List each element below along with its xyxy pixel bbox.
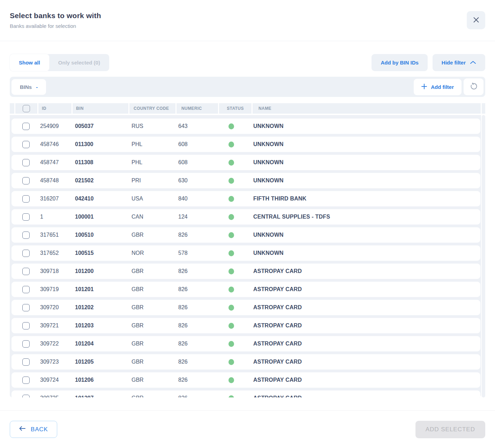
select-all-checkbox[interactable]: [23, 105, 30, 112]
row-bank-name: ASTROPAY CARD: [247, 286, 480, 293]
row-numeric: 608: [173, 141, 215, 147]
row-numeric: 826: [173, 268, 215, 274]
table-row[interactable]: 317652 100515 NOR 578 UNKNOWN: [12, 245, 480, 261]
row-id: 317652: [38, 250, 72, 256]
row-checkbox[interactable]: [22, 358, 30, 366]
table-row[interactable]: 316207 042410 USA 840 FIFTH THIRD BANK: [12, 191, 480, 206]
table-row[interactable]: 309718 101200 GBR 826 ASTROPAY CARD: [12, 264, 480, 279]
status-active-dot: [228, 196, 234, 202]
column-header-status: STATUS: [219, 103, 252, 114]
status-active-dot: [228, 305, 234, 311]
row-numeric: 826: [173, 304, 215, 311]
row-checkbox[interactable]: [22, 159, 30, 166]
row-checkbox-cell: [12, 250, 38, 257]
row-country-code: GBR: [127, 268, 173, 274]
row-status-cell: [215, 377, 247, 383]
bins-filter-value: -: [36, 84, 38, 90]
table-row[interactable]: 309721 101203 GBR 826 ASTROPAY CARD: [12, 318, 480, 333]
add-filter-button[interactable]: Add filter: [414, 79, 462, 95]
table-row[interactable]: 309720 101202 GBR 826 ASTROPAY CARD: [12, 300, 480, 315]
row-status-cell: [215, 160, 247, 166]
status-active-dot: [228, 341, 234, 347]
show-all-tab[interactable]: Show all: [10, 54, 49, 71]
banks-table: ID BIN COUNTRY CODE NUMERIC STATUS NAME …: [10, 103, 485, 397]
close-button[interactable]: [467, 11, 485, 29]
row-checkbox[interactable]: [22, 250, 30, 257]
header-checkbox-cell: [15, 103, 37, 114]
status-active-dot: [228, 214, 234, 220]
row-bank-name: UNKNOWN: [247, 177, 480, 184]
row-checkbox-cell: [12, 286, 38, 293]
row-status-cell: [215, 287, 247, 293]
table-row[interactable]: 254909 005037 RUS 643 UNKNOWN: [12, 119, 480, 134]
row-country-code: RUS: [127, 123, 173, 129]
row-status-cell: [215, 323, 247, 329]
table-row[interactable]: 309722 101204 GBR 826 ASTROPAY CARD: [12, 336, 480, 351]
reset-filters-button[interactable]: [464, 78, 483, 95]
status-active-dot: [228, 268, 234, 274]
table-row[interactable]: 317651 100510 GBR 826 UNKNOWN: [12, 227, 480, 243]
row-numeric: 826: [173, 232, 215, 238]
row-bin: 101207: [72, 395, 127, 397]
row-checkbox[interactable]: [22, 322, 30, 329]
status-active-dot: [228, 178, 234, 184]
table-row[interactable]: 458747 011308 PHL 608 UNKNOWN: [12, 155, 480, 170]
row-bin: 011300: [72, 141, 127, 147]
filter-bar: BINs - Add filter: [10, 77, 485, 97]
table-row[interactable]: 1 100001 CAN 124 CENTRAL SUPPLIES - TDFS: [12, 209, 480, 225]
row-bank-name: ASTROPAY CARD: [247, 395, 480, 397]
row-checkbox-cell: [12, 159, 38, 166]
table-row[interactable]: 309723 101205 GBR 826 ASTROPAY CARD: [12, 354, 480, 370]
add-selected-button[interactable]: ADD SELECTED: [415, 421, 485, 438]
row-bin: 042410: [72, 196, 127, 202]
row-checkbox-cell: [12, 141, 38, 148]
back-button[interactable]: BACK: [10, 421, 57, 438]
close-icon: [473, 16, 480, 24]
table-row[interactable]: 309725 101207 GBR 826 ASTROPAY CARD: [12, 390, 480, 397]
table-row[interactable]: 309724 101206 GBR 826 ASTROPAY CARD: [12, 372, 480, 388]
chevron-up-icon: [470, 60, 476, 66]
row-bin: 101201: [72, 286, 127, 293]
table-row[interactable]: 458746 011300 PHL 608 UNKNOWN: [12, 137, 480, 152]
row-checkbox[interactable]: [22, 177, 30, 184]
row-checkbox[interactable]: [22, 213, 30, 221]
add-by-bin-ids-label: Add by BIN IDs: [381, 60, 418, 66]
row-checkbox-cell: [12, 395, 38, 398]
arrow-left-icon: [19, 426, 26, 433]
row-status-cell: [215, 196, 247, 202]
row-country-code: GBR: [127, 359, 173, 365]
row-bank-name: CENTRAL SUPPLIES - TDFS: [247, 214, 480, 220]
row-checkbox[interactable]: [22, 123, 30, 130]
row-checkbox[interactable]: [22, 231, 30, 239]
row-country-code: GBR: [127, 232, 173, 238]
hide-filter-button[interactable]: Hide filter: [433, 54, 485, 71]
row-checkbox[interactable]: [22, 377, 30, 384]
row-numeric: 826: [173, 377, 215, 383]
row-checkbox[interactable]: [22, 304, 30, 311]
row-status-cell: [215, 232, 247, 238]
row-checkbox[interactable]: [22, 395, 30, 398]
row-id: 309721: [38, 322, 72, 329]
row-numeric: 643: [173, 123, 215, 129]
row-checkbox[interactable]: [22, 141, 30, 148]
row-checkbox[interactable]: [22, 195, 30, 203]
row-id: 458748: [38, 177, 72, 184]
row-numeric: 578: [173, 250, 215, 256]
page-title: Select banks to work with: [10, 12, 485, 20]
row-status-cell: [215, 214, 247, 220]
table-row[interactable]: 309719 101201 GBR 826 ASTROPAY CARD: [12, 282, 480, 297]
row-checkbox[interactable]: [22, 268, 30, 275]
row-checkbox[interactable]: [22, 286, 30, 293]
add-by-bin-ids-button[interactable]: Add by BIN IDs: [372, 54, 427, 71]
table-body: 254909 005037 RUS 643 UNKNOWN 458746 011…: [10, 115, 481, 397]
row-checkbox[interactable]: [22, 340, 30, 348]
row-id: 309720: [38, 304, 72, 311]
bins-filter-chip[interactable]: BINs -: [12, 79, 46, 95]
table-row[interactable]: 458748 021502 PRI 630 UNKNOWN: [12, 173, 480, 188]
row-bin: 101202: [72, 304, 127, 311]
table-scrollbar[interactable]: [482, 115, 485, 397]
only-selected-tab[interactable]: Only selected (0): [49, 54, 109, 71]
row-id: 254909: [38, 123, 72, 129]
row-checkbox-cell: [12, 177, 38, 184]
row-status-cell: [215, 142, 247, 147]
